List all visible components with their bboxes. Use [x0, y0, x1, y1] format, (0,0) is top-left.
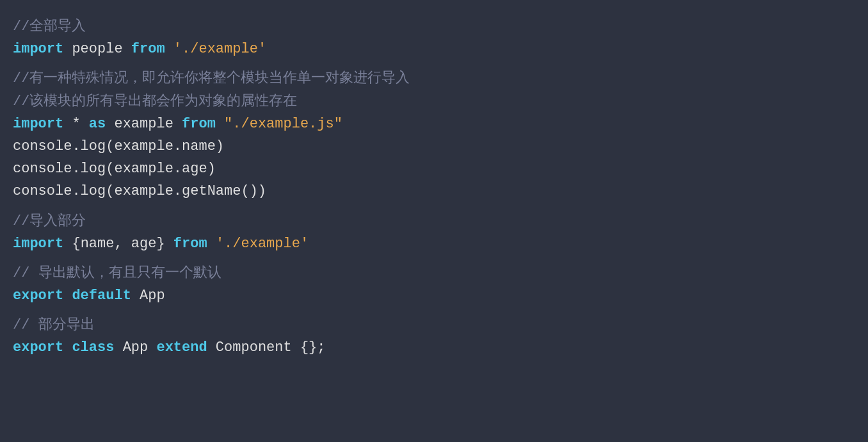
code-line: import people from './example' — [13, 38, 855, 60]
code-line: import * as example from "./example.js" — [13, 113, 855, 135]
identifier-token: people — [63, 41, 131, 57]
punctuation-token: {}; — [300, 340, 326, 356]
identifier-token — [216, 116, 224, 132]
identifier-token — [63, 288, 72, 304]
code-line: console.log(example.getName()) — [13, 180, 855, 202]
blank-line — [13, 203, 855, 210]
string-token: "./example.js" — [224, 116, 342, 132]
string-token: './example' — [173, 41, 266, 57]
code-line: export class App extend Component {}; — [13, 336, 855, 359]
keyword-token: extend — [156, 340, 207, 356]
comment-line: // 部分导出 — [13, 314, 855, 336]
identifier-token: App — [114, 340, 156, 356]
code-container: //全部导入import people from './example'//有一… — [13, 15, 855, 359]
comment-line: //有一种特殊情况，即允许你将整个模块当作单一对象进行导入 — [13, 67, 855, 90]
identifier-token: Component — [207, 340, 300, 356]
code-line: import {name, age} from './example' — [13, 233, 855, 255]
comment-line: //该模块的所有导出都会作为对象的属性存在 — [13, 90, 855, 113]
keyword-token: import — [13, 116, 63, 132]
blank-line — [13, 255, 855, 262]
comment-line: //全部导入 — [13, 15, 855, 38]
identifier-token: App — [131, 288, 165, 304]
identifier-token: console.log(example.getName()) — [13, 183, 266, 199]
keyword-token: default — [72, 288, 131, 304]
comment-line: //导入部分 — [13, 210, 855, 233]
punctuation-token: } — [156, 236, 165, 252]
keyword-token: import — [13, 236, 63, 252]
keyword-token: class — [72, 340, 114, 356]
comment-line: // 导出默认，有且只有一个默认 — [13, 262, 855, 284]
identifier-token: example — [106, 116, 182, 132]
keyword-token: from — [182, 116, 216, 132]
punctuation-token: { — [72, 236, 80, 252]
string-token: './example' — [216, 236, 309, 252]
keyword-token: from — [131, 41, 165, 57]
identifier-token — [63, 236, 72, 252]
code-line: console.log(example.age) — [13, 158, 855, 180]
identifier-token — [165, 236, 173, 252]
blank-line — [13, 307, 855, 314]
keyword-token: import — [13, 41, 63, 57]
keyword-token: as — [89, 116, 106, 132]
blank-line — [13, 60, 855, 67]
keyword-token: from — [173, 236, 207, 252]
identifier-token — [207, 236, 216, 252]
keyword-token: export — [13, 340, 63, 356]
identifier-token: console.log(example.name) — [13, 138, 224, 154]
keyword-token: export — [13, 288, 63, 304]
identifier-token — [165, 41, 173, 57]
identifier-token — [63, 340, 72, 356]
code-line: export default App — [13, 284, 855, 307]
identifier-token: * — [63, 116, 89, 132]
identifier-token: name, age — [81, 236, 157, 252]
identifier-token: console.log(example.age) — [13, 161, 216, 177]
code-line: console.log(example.name) — [13, 135, 855, 158]
